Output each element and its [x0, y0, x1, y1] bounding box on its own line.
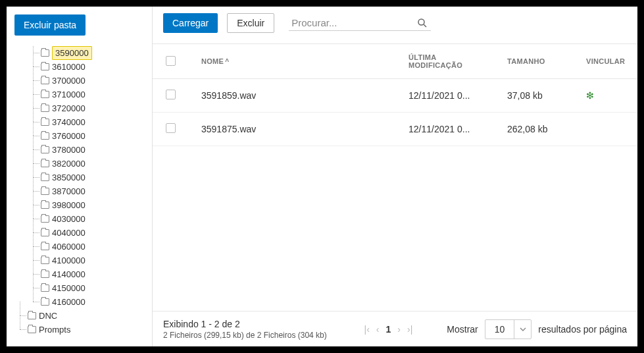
folder-tree-item[interactable]: 4100000: [41, 254, 148, 267]
select-all-checkbox[interactable]: [166, 56, 176, 66]
folder-label: 3850000: [52, 171, 86, 184]
footer-summary: Exibindo 1 - 2 de 2 2 Ficheiros (299,15 …: [163, 319, 357, 340]
folder-tree-item[interactable]: 3760000: [41, 129, 148, 143]
folder-tree-item[interactable]: Prompts: [28, 323, 148, 337]
search-icon[interactable]: [416, 17, 428, 29]
folder-tree-item[interactable]: 3780000: [41, 143, 148, 157]
folder-label: 4150000: [52, 282, 86, 295]
folder-tree-item[interactable]: 3720000: [41, 101, 148, 115]
folder-label: 3610000: [52, 61, 86, 74]
pager-current-page: 1: [386, 324, 391, 335]
folder-icon: [28, 312, 36, 319]
folder-label: 3710000: [52, 88, 86, 101]
row-checkbox[interactable]: [166, 90, 176, 99]
folder-label: 3590000: [52, 46, 92, 60]
col-header-modified[interactable]: Última modificação: [401, 44, 499, 79]
folder-icon: [41, 160, 49, 167]
folder-tree-item[interactable]: 4160000: [41, 295, 148, 309]
folder-tree-item[interactable]: 4150000: [41, 281, 148, 295]
cell-link: ❇: [578, 79, 637, 113]
show-label: Mostrar: [447, 324, 478, 335]
svg-point-0: [418, 19, 424, 25]
cell-size: 262,08 kb: [499, 113, 578, 146]
showing-text: Exibindo 1 - 2 de 2: [163, 319, 357, 329]
folder-tree-item[interactable]: 3850000: [41, 171, 148, 184]
folder-icon: [41, 229, 49, 236]
delete-button[interactable]: Excluir: [227, 13, 274, 33]
folder-tree-item[interactable]: DNC: [28, 309, 148, 323]
delete-folder-button[interactable]: Excluir pasta: [14, 14, 86, 36]
folder-label: Prompts: [39, 323, 70, 337]
pager-last-icon[interactable]: ›|: [407, 324, 412, 335]
folder-label: 3820000: [52, 157, 86, 171]
page-size-select[interactable]: 10: [485, 319, 532, 339]
folder-icon: [28, 326, 36, 333]
folder-label: 4030000: [52, 213, 86, 226]
folder-icon: [41, 174, 49, 181]
table-row[interactable]: 3591875.wav12/11/2021 0...262,08 kb: [153, 113, 637, 146]
app-frame: Excluir pasta 35900003610000370000037100…: [7, 7, 637, 346]
svg-line-1: [424, 24, 427, 27]
folder-label: 3780000: [52, 144, 86, 157]
folder-label: DNC: [39, 310, 57, 323]
table-row[interactable]: 3591859.wav12/11/2021 0...37,08 kb❇: [153, 79, 637, 113]
folder-tree-item[interactable]: 3710000: [41, 88, 148, 101]
cell-modified: 12/11/2021 0...: [401, 113, 499, 146]
cell-name: 3591859.wav: [188, 79, 401, 113]
folder-tree-item[interactable]: 3610000: [41, 60, 148, 74]
col-header-size[interactable]: Tamanho: [499, 44, 578, 79]
folder-label: 3870000: [52, 185, 86, 198]
folder-label: 4040000: [52, 227, 86, 240]
folder-label: 3720000: [52, 102, 86, 115]
folder-label: 3980000: [52, 199, 86, 212]
folder-icon: [41, 202, 49, 209]
folder-icon: [41, 132, 49, 140]
folder-icon: [41, 298, 49, 306]
col-header-link[interactable]: Vincular: [578, 44, 637, 79]
pager-first-icon[interactable]: |‹: [364, 324, 370, 335]
folder-icon: [41, 91, 49, 98]
row-checkbox[interactable]: [166, 123, 176, 133]
folder-tree-item[interactable]: 3870000: [41, 184, 148, 198]
search-input[interactable]: [291, 17, 416, 28]
folder-tree-item[interactable]: 3820000: [41, 157, 148, 171]
folder-tree-item[interactable]: 3980000: [41, 198, 148, 212]
file-table-wrap: Nome^ Última modificação Tamanho Vincula…: [153, 44, 637, 311]
folder-icon: [41, 215, 49, 223]
folder-tree-item[interactable]: 3700000: [41, 74, 148, 88]
folder-label: 4060000: [52, 240, 86, 254]
pager-prev-icon[interactable]: ‹: [376, 324, 380, 335]
cell-name: 3591875.wav: [188, 113, 401, 146]
folder-tree-item[interactable]: 4030000: [41, 212, 148, 226]
pager: |‹ ‹ 1 › ›|: [364, 324, 413, 335]
cell-size: 37,08 kb: [499, 79, 578, 113]
folder-icon: [41, 271, 49, 278]
toolbar: Carregar Excluir: [153, 7, 637, 44]
footer-bar: Exibindo 1 - 2 de 2 2 Ficheiros (299,15 …: [153, 311, 637, 346]
folder-icon: [41, 188, 49, 195]
folder-icon: [41, 105, 49, 112]
cell-modified: 12/11/2021 0...: [401, 79, 499, 113]
folder-tree-item[interactable]: 4140000: [41, 267, 148, 281]
pager-next-icon[interactable]: ›: [397, 324, 401, 335]
folder-label: 4100000: [52, 254, 86, 267]
folder-label: 4160000: [52, 296, 86, 309]
file-table: Nome^ Última modificação Tamanho Vincula…: [153, 44, 637, 146]
folder-icon: [41, 49, 49, 57]
cell-link: [578, 113, 637, 146]
folder-tree-item[interactable]: 3740000: [41, 115, 148, 129]
folder-tree-item[interactable]: 3590000: [41, 46, 148, 60]
folder-tree-item[interactable]: 4040000: [41, 226, 148, 240]
linked-icon[interactable]: ❇: [586, 90, 594, 101]
page-size-value: 10: [485, 320, 514, 339]
folder-icon: [41, 77, 49, 84]
folder-tree-item[interactable]: 4060000: [41, 240, 148, 254]
folder-icon: [41, 285, 49, 292]
sidebar: Excluir pasta 35900003610000370000037100…: [7, 7, 153, 346]
col-header-name-label: Nome: [201, 57, 224, 65]
load-button[interactable]: Carregar: [163, 13, 218, 33]
folder-icon: [41, 63, 49, 70]
chevron-down-icon[interactable]: [514, 320, 531, 339]
page-size-control: Mostrar 10 resultados por página: [447, 319, 627, 339]
col-header-name[interactable]: Nome^: [188, 44, 401, 79]
